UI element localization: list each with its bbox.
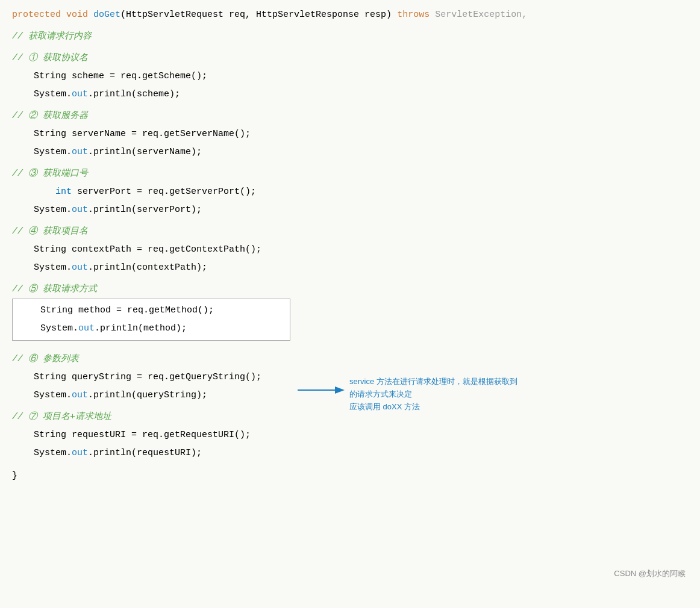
method-print-rest: .println(method); <box>95 321 187 336</box>
comment-text-0: // 获取请求行内容 <box>12 29 92 44</box>
method-decl-code: String method = req.getMethod(); <box>19 303 214 318</box>
comment-line-1: // ① 获取协议名 <box>0 49 700 67</box>
serverName-decl-code: String serverName = req.getServerName(); <box>12 127 251 141</box>
serverPort-print-system: System. <box>12 203 72 217</box>
comment-line-3: // ③ 获取端口号 <box>0 165 700 183</box>
serverName-decl-line: String serverName = req.getServerName(); <box>0 125 700 143</box>
serverName-print-line: System.out.println(serverName); <box>0 143 700 161</box>
scheme-decl-line: String scheme = req.getScheme(); <box>0 67 700 85</box>
serverPort-decl-line: int serverPort = req.getServerPort(); <box>0 183 700 201</box>
comment-text-1: // ① 获取协议名 <box>12 51 88 66</box>
exception-name: ServletException, <box>430 8 527 22</box>
queryString-print-system: System. <box>12 388 72 403</box>
comment-text-3: // ③ 获取端口号 <box>12 167 88 181</box>
comment-text-7: // ⑦ 项目名+请求地址 <box>12 410 111 424</box>
serverName-print-system: System. <box>12 145 72 160</box>
contextPath-decl-line: String contextPath = req.getContextPath(… <box>0 241 700 259</box>
queryString-decl-code: String queryString = req.getQueryString(… <box>12 370 261 385</box>
comment-text-4: // ④ 获取项目名 <box>12 225 88 239</box>
method-print-line: System.out.println(method); <box>13 320 290 338</box>
method-signature-line: protected void doGet (HttpServletRequest… <box>0 6 700 24</box>
footer-text: CSDN @划水的阿睺 <box>614 569 686 578</box>
closing-brace-line: } <box>0 467 700 485</box>
keyword-int: int <box>34 185 72 199</box>
requestURI-print-rest: .println(requestURI); <box>88 446 202 461</box>
highlight-box: String method = req.getMethod(); System.… <box>12 299 290 341</box>
contextPath-print-rest: .println(contextPath); <box>88 261 207 275</box>
serverPort-print-line: System.out.println(serverPort); <box>0 201 700 219</box>
comment-text-5: // ⑤ 获取请求方式 <box>12 282 97 297</box>
comment-line-0: // 获取请求行内容 <box>0 28 700 46</box>
method-params: (HttpServletRequest req, HttpServletResp… <box>120 8 397 22</box>
comment-line-2: // ② 获取服务器 <box>0 107 700 125</box>
comment-line-5: // ⑤ 获取请求方式 <box>0 281 700 299</box>
scheme-print-rest: .println(scheme); <box>88 87 180 102</box>
annotation-arrow <box>295 378 349 402</box>
scheme-decl-code: String scheme = req.getScheme(); <box>12 69 207 84</box>
requestURI-decl-code: String requestURI = req.getRequestURI(); <box>12 428 251 442</box>
requestURI-print-out: out <box>72 446 88 461</box>
scheme-print-line: System.out.println(scheme); <box>0 85 700 104</box>
comment-text-6: // ⑥ 参数列表 <box>12 352 79 367</box>
requestURI-print-line: System.out.println(requestURI); <box>0 444 700 462</box>
closing-brace: } <box>12 471 17 481</box>
contextPath-decl-code: String contextPath = req.getContextPath(… <box>12 243 261 257</box>
keyword-throws: throws <box>397 8 430 22</box>
serverPort-print-out: out <box>72 203 88 217</box>
contextPath-print-line: System.out.println(contextPath); <box>0 259 700 277</box>
comment-text-2: // ② 获取服务器 <box>12 109 88 123</box>
comment-line-4: // ④ 获取项目名 <box>0 223 700 241</box>
requestURI-print-system: System. <box>12 446 72 461</box>
annotation-text: service 方法在进行请求处理时，就是根据获取到的请求方式来决定 应该调用 … <box>349 376 518 413</box>
annotation-area: service 方法在进行请求处理时，就是根据获取到的请求方式来决定 应该调用 … <box>295 373 518 413</box>
method-print-out: out <box>78 321 95 336</box>
serverPort-decl-rest: serverPort = req.getServerPort(); <box>72 185 256 199</box>
keyword-void: void <box>61 8 93 22</box>
queryString-print-rest: .println(queryString); <box>88 388 207 403</box>
method-name: doGet <box>93 8 120 22</box>
comment-line-6: // ⑥ 参数列表 <box>0 350 700 368</box>
contextPath-print-out: out <box>72 261 88 275</box>
scheme-print-system: System. <box>12 87 72 102</box>
serverPort-indent <box>12 185 34 199</box>
method-decl-line: String method = req.getMethod(); <box>13 302 290 320</box>
queryString-print-out: out <box>72 388 88 403</box>
contextPath-print-system: System. <box>12 261 72 275</box>
serverName-print-out: out <box>72 145 88 160</box>
scheme-print-out: out <box>72 87 88 102</box>
serverName-print-rest: .println(serverName); <box>88 145 202 160</box>
footer: CSDN @划水的阿睺 <box>614 568 686 579</box>
requestURI-decl-line: String requestURI = req.getRequestURI(); <box>0 426 700 444</box>
serverPort-print-rest: .println(serverPort); <box>88 203 202 217</box>
keyword-protected: protected <box>12 8 61 22</box>
method-print-system: System. <box>19 321 78 336</box>
code-container: protected void doGet (HttpServletRequest… <box>0 0 700 590</box>
